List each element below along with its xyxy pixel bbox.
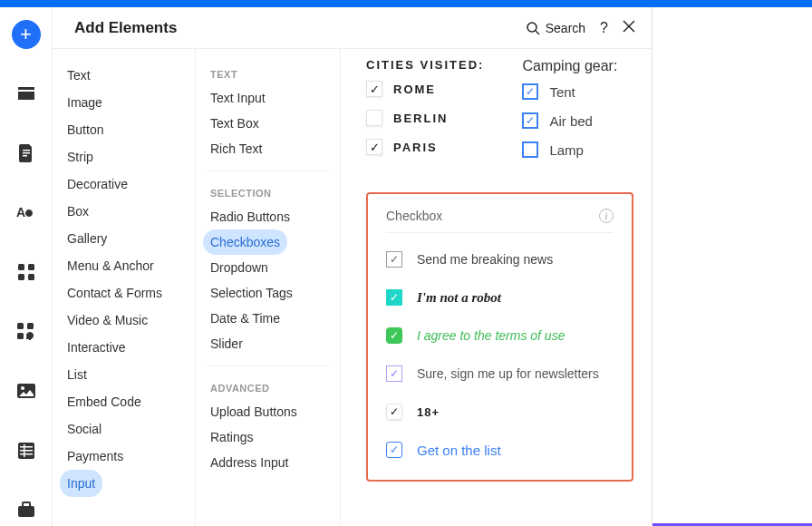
canvas-area bbox=[652, 7, 812, 526]
help-button[interactable]: ? bbox=[600, 20, 608, 36]
city-label: ROME bbox=[393, 83, 436, 96]
sub-text-box[interactable]: Text Box bbox=[203, 111, 333, 136]
sub-upload-buttons[interactable]: Upload Buttons bbox=[203, 399, 333, 424]
svg-rect-9 bbox=[28, 274, 34, 280]
svg-rect-6 bbox=[18, 264, 24, 270]
cat-social[interactable]: Social bbox=[60, 415, 188, 443]
svg-point-16 bbox=[21, 386, 24, 390]
sample-get-on-list[interactable]: ✓ Get on the list bbox=[386, 442, 614, 458]
cat-button[interactable]: Button bbox=[60, 116, 188, 143]
sub-date-time[interactable]: Date & Time bbox=[203, 306, 333, 331]
gear-label: Tent bbox=[549, 84, 575, 100]
camping-group: Camping gear: ✓ Tent ✓ Air bed Lamp bbox=[522, 58, 617, 170]
checkbox-icon: ✓ bbox=[522, 112, 538, 129]
cat-payments[interactable]: Payments bbox=[60, 443, 188, 470]
gear-label: Lamp bbox=[549, 142, 584, 158]
checkbox-icon: ✓ bbox=[386, 251, 402, 268]
plugins-icon[interactable] bbox=[8, 316, 44, 348]
section-selection-title: SELECTION bbox=[203, 180, 333, 204]
cat-embed-code[interactable]: Embed Code bbox=[60, 388, 188, 415]
sample-label: Sure, sign me up for newsletters bbox=[417, 366, 599, 381]
svg-rect-20 bbox=[20, 453, 33, 455]
cities-group: CITIES VISITED: ✓ ROME BERLIN ✓ PARIS bbox=[366, 58, 484, 170]
city-label: BERLIN bbox=[393, 112, 448, 125]
sub-address-input[interactable]: Address Input bbox=[203, 450, 333, 475]
cat-input[interactable]: Input bbox=[60, 470, 102, 497]
sub-checkboxes[interactable]: Checkboxes bbox=[203, 229, 287, 255]
cat-interactive[interactable]: Interactive bbox=[60, 334, 188, 361]
checkbox-icon bbox=[522, 141, 538, 158]
media-icon[interactable] bbox=[8, 375, 44, 407]
cat-decorative[interactable]: Decorative bbox=[60, 170, 188, 198]
gear-airbed[interactable]: ✓ Air bed bbox=[522, 112, 617, 129]
cat-list[interactable]: List bbox=[60, 361, 188, 388]
design-icon[interactable]: A bbox=[8, 197, 44, 229]
category-list: Text Image Button Strip Decorative Box G… bbox=[53, 49, 196, 526]
sub-dropdown[interactable]: Dropdown bbox=[203, 255, 333, 280]
camping-heading: Camping gear: bbox=[522, 58, 617, 74]
add-element-button[interactable]: + bbox=[8, 18, 44, 51]
search-button[interactable]: Search bbox=[526, 21, 585, 35]
svg-rect-19 bbox=[20, 450, 33, 452]
subcategory-list: TEXT Text Input Text Box Rich Text SELEC… bbox=[196, 49, 341, 526]
cities-heading: CITIES VISITED: bbox=[366, 58, 484, 72]
sample-breaking-news[interactable]: ✓ Send me breaking news bbox=[386, 251, 614, 268]
checkbox-icon: ✓ bbox=[386, 327, 402, 344]
svg-point-24 bbox=[527, 23, 536, 32]
sample-label: 18+ bbox=[417, 405, 440, 419]
panel-title: Add Elements bbox=[74, 19, 177, 37]
svg-rect-14 bbox=[26, 337, 32, 339]
sub-radio-buttons[interactable]: Radio Buttons bbox=[203, 204, 333, 229]
sub-selection-tags[interactable]: Selection Tags bbox=[203, 280, 333, 306]
checkbox-icon: ✓ bbox=[522, 83, 538, 100]
svg-rect-23 bbox=[23, 502, 30, 507]
sub-rich-text[interactable]: Rich Text bbox=[203, 136, 333, 161]
city-label: PARIS bbox=[393, 141, 438, 154]
sample-label: I agree to the terms of use bbox=[417, 328, 565, 343]
close-button[interactable] bbox=[623, 20, 635, 36]
panel-header: Add Elements Search ? bbox=[53, 7, 652, 49]
gear-tent[interactable]: ✓ Tent bbox=[522, 83, 617, 100]
sample-label: Get on the list bbox=[417, 443, 501, 458]
svg-rect-4 bbox=[23, 155, 27, 157]
sub-slider[interactable]: Slider bbox=[203, 331, 333, 356]
left-rail: + A bbox=[0, 7, 53, 526]
data-icon[interactable] bbox=[8, 434, 44, 467]
page-icon[interactable] bbox=[8, 137, 44, 170]
cat-image[interactable]: Image bbox=[60, 89, 188, 116]
svg-rect-7 bbox=[28, 264, 34, 270]
sub-ratings[interactable]: Ratings bbox=[203, 424, 333, 450]
cat-text[interactable]: Text bbox=[60, 62, 188, 89]
svg-text:A: A bbox=[16, 205, 25, 219]
checkbox-icon: ✓ bbox=[386, 289, 402, 306]
business-icon[interactable] bbox=[8, 494, 44, 527]
checkbox-icon: ✓ bbox=[386, 365, 402, 382]
search-icon bbox=[526, 21, 540, 35]
apps-icon[interactable] bbox=[8, 256, 44, 288]
sections-icon[interactable] bbox=[8, 78, 44, 111]
checkbox-icon: ✓ bbox=[386, 404, 402, 420]
checkbox-icon: ✓ bbox=[366, 139, 382, 155]
city-rome[interactable]: ✓ ROME bbox=[366, 81, 484, 97]
city-berlin[interactable]: BERLIN bbox=[366, 110, 484, 126]
section-advanced-title: ADVANCED bbox=[203, 375, 333, 399]
section-text-title: TEXT bbox=[203, 62, 333, 85]
cat-box[interactable]: Box bbox=[60, 198, 188, 225]
sample-newsletters[interactable]: ✓ Sure, sign me up for newsletters bbox=[386, 365, 614, 382]
sample-18plus[interactable]: ✓ 18+ bbox=[386, 404, 614, 420]
sample-not-robot[interactable]: ✓ I'm not a robot bbox=[386, 289, 614, 306]
cat-video-music[interactable]: Video & Music bbox=[60, 307, 188, 334]
cat-menu-anchor[interactable]: Menu & Anchor bbox=[60, 252, 188, 279]
sub-text-input[interactable]: Text Input bbox=[203, 85, 333, 111]
sample-terms[interactable]: ✓ I agree to the terms of use bbox=[386, 327, 614, 344]
cat-strip[interactable]: Strip bbox=[60, 143, 188, 170]
city-paris[interactable]: ✓ PARIS bbox=[366, 139, 484, 155]
info-icon[interactable]: i bbox=[599, 209, 614, 223]
gear-lamp[interactable]: Lamp bbox=[522, 141, 617, 158]
gear-label: Air bed bbox=[549, 113, 593, 129]
svg-line-25 bbox=[536, 31, 539, 34]
cat-contact-forms[interactable]: Contact & Forms bbox=[60, 279, 188, 307]
svg-rect-8 bbox=[18, 274, 24, 280]
checkbox-group-title: Checkbox bbox=[386, 209, 442, 223]
cat-gallery[interactable]: Gallery bbox=[60, 225, 188, 252]
